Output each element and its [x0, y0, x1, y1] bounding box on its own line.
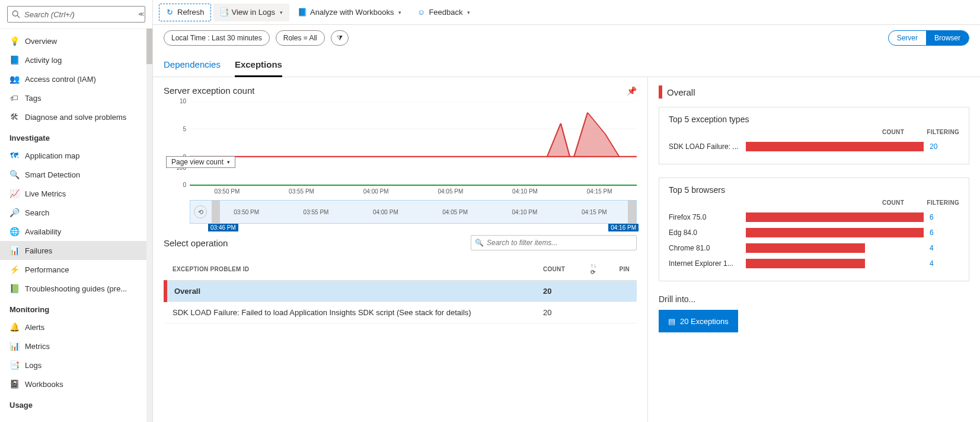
drill-exceptions-button[interactable]: ▤ 20 Exceptions — [659, 310, 738, 332]
row-count-link[interactable]: 6 — [930, 213, 959, 221]
data-row[interactable]: Firefox 75.06 — [669, 210, 959, 225]
sidebar-item-alerts[interactable]: 🔔Alerts — [0, 318, 152, 337]
funnel-icon: ⧩ — [337, 34, 343, 42]
bar-track — [746, 243, 924, 253]
scrub-restore-button[interactable]: ⟲ — [194, 205, 207, 218]
sidebar-item-workbooks[interactable]: 📓Workbooks — [0, 375, 152, 394]
filter-items-input[interactable] — [471, 235, 637, 250]
sidebar-collapse-icon[interactable]: ≪ — [138, 11, 144, 17]
group-usage: Usage — [0, 394, 152, 413]
sidebar-item-activity-log[interactable]: 📘Activity log — [0, 50, 152, 69]
sidebar-search-wrap: ≪ — [0, 0, 152, 29]
smart-detection-icon: 🔍 — [9, 170, 19, 179]
time-scrubber[interactable]: ⟲ 03:50 PM03:55 PM04:00 PM04:05 PM04:10 … — [190, 200, 637, 224]
nav-label: Access control (IAM) — [25, 75, 96, 84]
toggle-server[interactable]: Server — [889, 31, 926, 45]
sub-y-0: 0 — [164, 182, 190, 188]
page-view-count-label: Page view count — [171, 158, 224, 166]
row-count-link[interactable]: 4 — [930, 259, 959, 268]
row-count-link[interactable]: 6 — [930, 229, 959, 237]
sidebar-item-access-control-iam-[interactable]: 👥Access control (IAM) — [0, 69, 152, 88]
y-tick-5: 5 — [164, 126, 190, 132]
sidebar-item-smart-detection[interactable]: 🔍Smart Detection — [0, 165, 152, 184]
analyze-workbooks-button[interactable]: 📘 Analyze with Workbooks ▾ — [292, 4, 408, 21]
troubleshooting-icon: 📗 — [9, 284, 19, 293]
col-count[interactable]: COUNT — [536, 258, 583, 281]
sidebar-nav: 💡Overview📘Activity log👥Access control (I… — [0, 29, 152, 422]
search-icon: 🔍 — [475, 239, 484, 247]
view-in-logs-button[interactable]: 📑 View in Logs ▾ — [213, 4, 289, 21]
time-tick: 04:00 PM — [351, 201, 420, 223]
search-icon — [12, 10, 20, 18]
refresh-sort-icon[interactable]: ⟳ — [590, 269, 595, 275]
failures-icon: 📊 — [9, 246, 19, 255]
refresh-button[interactable]: ↻ Refresh — [159, 4, 211, 21]
sidebar-item-logs[interactable]: 📑Logs — [0, 356, 152, 375]
sidebar-item-search[interactable]: 🔎Search — [0, 203, 152, 222]
sidebar-item-failures[interactable]: 📊Failures — [0, 241, 152, 260]
sidebar-item-tags[interactable]: 🏷Tags — [0, 88, 152, 107]
sort-icon: ↑↓ — [590, 262, 597, 269]
data-row[interactable]: Chrome 81.04 — [669, 240, 959, 256]
pin-icon[interactable]: 📌 — [627, 86, 637, 96]
col-pin[interactable]: PIN — [607, 258, 637, 281]
row-count-link[interactable]: 20 — [930, 142, 959, 151]
sidebar-item-application-map[interactable]: 🗺Application map — [0, 146, 152, 165]
table-row-overall[interactable]: Overall20 — [165, 281, 637, 302]
scrub-handle-right[interactable] — [628, 201, 636, 223]
time-tick: 04:15 PM — [562, 186, 637, 198]
left-column: Server exception count 📌 10 5 0 — [153, 77, 648, 422]
col-problem-id[interactable]: EXCEPTION PROBLEM ID — [165, 258, 536, 281]
tab-exceptions[interactable]: Exceptions — [235, 56, 282, 77]
bar-fill — [746, 243, 865, 253]
col-sort[interactable]: ↑↓ ⟳ — [583, 258, 607, 281]
data-row[interactable]: Edg 84.06 — [669, 225, 959, 240]
scrub-axis: 03:50 PM03:55 PM04:00 PM04:05 PM04:10 PM… — [212, 201, 629, 223]
server-label: Server — [897, 34, 918, 42]
workbooks-icon: 📘 — [298, 8, 307, 17]
sidebar-item-diagnose-and-solve-problems[interactable]: 🛠Diagnose and solve problems — [0, 107, 152, 126]
sidebar-scrollbar-thumb[interactable] — [146, 28, 152, 64]
sidebar-item-troubleshooting-guides-pre-[interactable]: 📗Troubleshooting guides (pre... — [0, 279, 152, 298]
chart-canvas[interactable] — [190, 101, 637, 157]
svg-point-0 — [12, 11, 18, 16]
sidebar-item-live-metrics[interactable]: 📈Live Metrics — [0, 184, 152, 203]
logs-icon: 📑 — [220, 8, 228, 17]
sidebar-item-performance[interactable]: ⚡Performance — [0, 260, 152, 279]
roles-filter-pill[interactable]: Roles = All — [276, 30, 325, 46]
data-row[interactable]: SDK LOAD Failure: ...20 — [669, 139, 959, 154]
sidebar-item-overview[interactable]: 💡Overview — [0, 31, 152, 50]
sidebar-search-input[interactable] — [7, 6, 145, 23]
sidebar-item-metrics[interactable]: 📊Metrics — [0, 337, 152, 356]
cell-label: Overall — [165, 281, 536, 302]
sidebar-item-availability[interactable]: 🌐Availability — [0, 222, 152, 241]
tab-dependencies[interactable]: Dependencies — [164, 56, 221, 77]
metrics-icon: 📊 — [9, 341, 19, 351]
row-count-link[interactable]: 4 — [930, 244, 959, 252]
page-view-count-selector[interactable]: Page view count ▾ — [166, 156, 235, 168]
sidebar-scrollbar[interactable] — [146, 28, 152, 422]
time-tick: 04:15 PM — [560, 201, 629, 223]
cell-label: SDK LOAD Failure: Failed to load Applica… — [165, 302, 536, 323]
filter-input-wrap: 🔍 — [471, 235, 637, 250]
nav-label: Overview — [25, 37, 57, 46]
nav-label: Metrics — [25, 342, 50, 351]
feedback-button[interactable]: ☺ Feedback ▾ — [410, 4, 477, 21]
top-browsers-panel: Top 5 browsers COUNTFILTERING Firefox 75… — [659, 177, 969, 281]
page-view-chart: 100 0 — [190, 168, 637, 186]
time-range-label: Local Time : Last 30 minutes — [171, 34, 262, 42]
bar-track — [746, 142, 924, 151]
performance-icon: ⚡ — [9, 265, 19, 274]
toggle-browser[interactable]: Browser — [926, 31, 969, 45]
chevron-down-icon: ▾ — [227, 159, 230, 165]
nav-label: Activity log — [25, 56, 62, 65]
table-row[interactable]: SDK LOAD Failure: Failed to load Applica… — [165, 302, 637, 323]
roles-label: Roles = All — [283, 34, 317, 42]
nav-label: Smart Detection — [25, 170, 80, 179]
right-column: Overall Top 5 exception types COUNTFILTE… — [648, 77, 980, 422]
add-filter-button[interactable]: ⧩ — [331, 30, 349, 46]
data-row[interactable]: Internet Explorer 1...4 — [669, 256, 959, 271]
nav-label: Tags — [25, 94, 41, 103]
row-label: SDK LOAD Failure: ... — [669, 142, 740, 151]
time-range-pill[interactable]: Local Time : Last 30 minutes — [164, 30, 270, 46]
